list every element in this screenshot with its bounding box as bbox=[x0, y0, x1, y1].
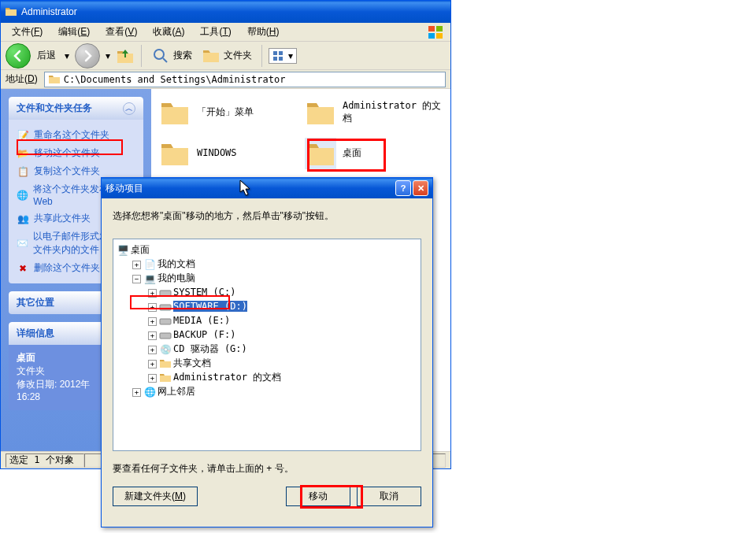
tree-network[interactable]: +🌐网上邻居 bbox=[132, 384, 417, 398]
menu-view[interactable]: 查看(V) bbox=[99, 24, 143, 40]
web-icon: 🌐 bbox=[17, 189, 28, 202]
drive-icon bbox=[159, 315, 172, 328]
views-button[interactable]: ▾ bbox=[269, 48, 297, 64]
address-label: 地址(D) bbox=[6, 72, 38, 86]
docs-icon: 📄 bbox=[143, 258, 156, 271]
folder-tree[interactable]: 🖥️桌面 +📄我的文档 −💻我的电脑 +SYSTEM (C:) +SOFTWAR… bbox=[113, 239, 421, 451]
tree-cd-drive[interactable]: +💿CD 驱动器 (G:) bbox=[148, 342, 417, 356]
svg-rect-2 bbox=[428, 33, 435, 39]
highlight-software-drive bbox=[130, 295, 230, 309]
menu-help[interactable]: 帮助(H) bbox=[241, 24, 286, 40]
tree-admin-docs[interactable]: +Administrator 的文档 bbox=[148, 370, 417, 384]
tree-shared-docs[interactable]: +共享文档 bbox=[148, 356, 417, 370]
dialog-body: 选择您想将"桌面"移动的地方，然后单击"移动"按钮。 🖥️桌面 +📄我的文档 −… bbox=[102, 198, 432, 517]
menu-file[interactable]: 文件(F) bbox=[6, 24, 49, 40]
folders-button[interactable]: 文件夹 bbox=[198, 45, 255, 67]
cancel-button[interactable]: 取消 bbox=[357, 487, 421, 506]
svg-rect-11 bbox=[160, 319, 171, 324]
folder-start-menu[interactable]: 「开始」菜单 bbox=[159, 97, 297, 128]
dialog-instruction: 选择您想将"桌面"移动的地方，然后单击"移动"按钮。 bbox=[113, 209, 421, 223]
search-button[interactable]: 搜索 bbox=[148, 45, 195, 67]
highlight-move-task bbox=[17, 139, 123, 155]
highlight-desktop-folder bbox=[307, 139, 386, 172]
svg-rect-12 bbox=[160, 333, 171, 339]
svg-rect-3 bbox=[436, 33, 443, 39]
back-dropdown[interactable]: ▾ bbox=[62, 50, 72, 61]
tree-my-docs[interactable]: +📄我的文档 bbox=[132, 257, 417, 271]
expander-icon[interactable]: + bbox=[148, 346, 157, 354]
expander-icon[interactable]: − bbox=[132, 275, 141, 283]
close-button[interactable]: ✕ bbox=[413, 180, 428, 196]
folder-icon bbox=[159, 357, 172, 370]
svg-rect-6 bbox=[279, 51, 283, 55]
dialog-hint: 要查看任何子文件夹，请单击上面的 + 号。 bbox=[113, 462, 421, 476]
email-icon: ✉️ bbox=[17, 237, 28, 250]
expander-icon[interactable]: + bbox=[132, 261, 141, 269]
desktop-icon: 🖥️ bbox=[117, 244, 129, 257]
separator bbox=[141, 45, 142, 67]
svg-rect-7 bbox=[273, 57, 277, 61]
tasks-header[interactable]: 文件和文件夹任务 ︿ bbox=[9, 97, 143, 120]
expander-icon[interactable]: + bbox=[148, 360, 157, 368]
titlebar[interactable]: Administrator bbox=[1, 1, 450, 23]
expander-icon[interactable]: + bbox=[132, 388, 141, 397]
tree-my-computer[interactable]: −💻我的电脑 +SYSTEM (C:) +SOFTWARE (D:) +MEDI… bbox=[132, 271, 417, 384]
window-title: Administrator bbox=[21, 6, 447, 17]
share-icon: 👥 bbox=[17, 213, 29, 225]
drive-icon bbox=[159, 329, 172, 342]
forward-dropdown[interactable]: ▾ bbox=[103, 50, 113, 61]
back-label: 后退 bbox=[37, 49, 56, 62]
copy-icon: 📋 bbox=[17, 165, 29, 178]
dialog-titlebar[interactable]: 移动项目 ? ✕ bbox=[102, 178, 432, 198]
address-path: C:\Documents and Settings\Administrator bbox=[64, 74, 286, 85]
addressbar: 地址(D) C:\Documents and Settings\Administ… bbox=[1, 70, 450, 89]
new-folder-button[interactable]: 新建文件夹(M) bbox=[113, 487, 198, 506]
menubar: 文件(F) 编辑(E) 查看(V) 收藏(A) 工具(T) 帮助(H) bbox=[1, 23, 450, 42]
tree-drive-f[interactable]: +BACKUP (F:) bbox=[148, 328, 417, 342]
move-items-dialog: 移动项目 ? ✕ 选择您想将"桌面"移动的地方，然后单击"移动"按钮。 🖥️桌面… bbox=[101, 177, 433, 527]
status-selection: 选定 1 个对象 bbox=[6, 453, 84, 468]
back-button[interactable] bbox=[6, 43, 31, 68]
dialog-title: 移动项目 bbox=[106, 182, 395, 195]
expander-icon[interactable]: + bbox=[148, 317, 157, 326]
menu-edit[interactable]: 编辑(E) bbox=[52, 24, 96, 40]
dialog-buttons: 新建文件夹(M) 移动 取消 bbox=[113, 487, 421, 506]
folder-windows[interactable]: WINDOWS bbox=[159, 138, 297, 169]
search-icon bbox=[151, 46, 170, 65]
cd-icon: 💿 bbox=[159, 343, 172, 356]
separator bbox=[261, 45, 262, 67]
folder-icon bbox=[159, 97, 191, 128]
toolbar: 后退 ▾ ▾ 搜索 文件夹 ▾ bbox=[1, 42, 450, 70]
folder-admin-docs[interactable]: Administrator 的文档 bbox=[305, 97, 443, 128]
up-button[interactable] bbox=[116, 46, 135, 65]
folder-icon bbox=[48, 73, 61, 86]
expander-icon[interactable]: + bbox=[148, 374, 157, 383]
folder-icon bbox=[159, 372, 172, 384]
folder-icon bbox=[159, 138, 191, 169]
menu-tools[interactable]: 工具(T) bbox=[194, 24, 237, 40]
delete-icon: ✖ bbox=[17, 262, 29, 275]
tree-desktop[interactable]: 🖥️桌面 +📄我的文档 −💻我的电脑 +SYSTEM (C:) +SOFTWAR… bbox=[117, 242, 417, 398]
svg-rect-1 bbox=[436, 26, 443, 31]
folder-icon bbox=[5, 6, 17, 18]
move-button[interactable]: 移动 bbox=[286, 487, 350, 506]
expander-icon[interactable]: + bbox=[148, 331, 157, 340]
menu-favorites[interactable]: 收藏(A) bbox=[146, 24, 191, 40]
folder-icon bbox=[305, 97, 336, 128]
svg-rect-8 bbox=[279, 57, 283, 61]
help-button[interactable]: ? bbox=[395, 180, 411, 196]
windows-logo-icon bbox=[427, 24, 446, 40]
address-input[interactable]: C:\Documents and Settings\Administrator bbox=[44, 72, 446, 87]
chevron-up-icon: ︿ bbox=[123, 102, 135, 115]
folders-icon bbox=[202, 46, 220, 65]
network-icon: 🌐 bbox=[143, 386, 156, 398]
svg-rect-5 bbox=[273, 51, 277, 55]
tree-drive-e[interactable]: +MEDIA (E:) bbox=[148, 313, 417, 328]
forward-button[interactable] bbox=[75, 43, 100, 68]
computer-icon: 💻 bbox=[143, 272, 156, 285]
svg-rect-0 bbox=[428, 26, 435, 31]
svg-point-4 bbox=[154, 50, 164, 59]
